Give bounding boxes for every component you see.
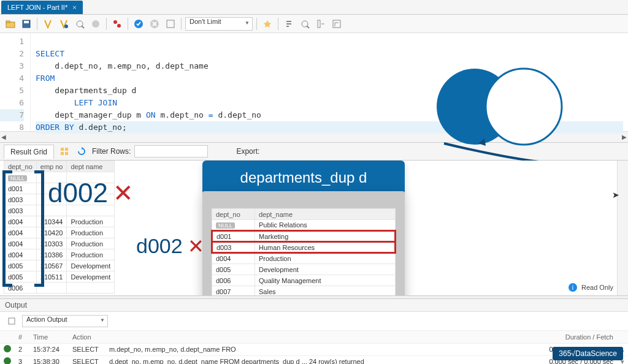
autocommit-icon[interactable] [164, 17, 177, 31]
annotation-missing-d002: d002 ✕ [48, 178, 134, 208]
overlay-departments-dup: departments_dup d dept_no dept_name NULL… [202, 161, 405, 295]
tab-bar: LEFT JOIN - Part II* × [0, 0, 628, 15]
cursor-icon: ➤ [612, 190, 619, 200]
svg-rect-14 [333, 20, 340, 28]
svg-point-8 [117, 24, 121, 28]
annotation-missing-d002-side: d002 ✕ [136, 234, 204, 258]
tab-title: LEFT JOIN - Part II* [7, 4, 67, 11]
svg-rect-3 [24, 21, 29, 23]
output-menu-icon[interactable] [5, 314, 18, 328]
beautify-icon[interactable] [261, 17, 274, 31]
output-controls: Action Output [0, 312, 628, 331]
x-icon: ✕ [188, 235, 204, 258]
close-icon[interactable]: × [72, 4, 76, 11]
table-row: d006 [4, 282, 115, 294]
success-icon [4, 345, 11, 352]
snippets-icon[interactable] [330, 17, 343, 31]
table-row: d004110420Production [4, 227, 115, 238]
results-pane: dept_no emp no dept name NULL d001 d003 … [0, 161, 628, 295]
table-row: d004110303Production [4, 238, 115, 249]
col-dept-name[interactable]: dept name [67, 161, 115, 172]
log-row[interactable]: 3 15:38:30 SELECT d.dept_no, m.emp_no, d… [0, 355, 628, 364]
output-header: Output [0, 299, 628, 312]
venn-diagram-icon [426, 64, 585, 168]
line-gutter: 1 2 3 4 5 6 7 8 [0, 33, 31, 131]
table-row: d005110567Development [4, 260, 115, 271]
brand-badge: 365√DataScience [553, 347, 623, 360]
open-file-icon[interactable] [4, 17, 17, 31]
svg-point-16 [486, 69, 562, 145]
scroll-left-icon[interactable]: ◀ [1, 134, 6, 140]
svg-point-7 [113, 20, 117, 24]
limit-rows-select[interactable]: Don't Limit [185, 17, 253, 31]
table-row: d005110511Development [4, 271, 115, 282]
explain-icon[interactable] [73, 17, 86, 31]
grid-side-toolbar[interactable] [617, 161, 628, 295]
svg-rect-1 [6, 21, 10, 23]
stop-icon[interactable] [89, 17, 102, 31]
svg-rect-11 [167, 20, 174, 28]
log-row[interactable]: 2 15:37:24 SELECT m.dept_no, m.emp_no, d… [0, 343, 628, 355]
wrap-icon[interactable] [314, 17, 327, 31]
overlay-title: departments_dup d [202, 161, 405, 195]
find-icon[interactable] [282, 17, 296, 31]
table-row: d004110386Production [4, 249, 115, 260]
x-icon: ✕ [113, 179, 134, 207]
success-icon [4, 357, 11, 364]
svg-point-4 [64, 25, 68, 28]
execute-icon[interactable] [41, 17, 55, 31]
save-icon[interactable] [20, 17, 33, 31]
sql-editor[interactable]: 1 2 3 4 5 6 7 8 SELECT d.dept_no, m.emp_… [0, 33, 628, 131]
svg-point-6 [92, 20, 99, 28]
output-log: # Time Action Duration / Fetch 2 15:37:2… [0, 331, 628, 364]
readonly-indicator: i Read Only [569, 283, 613, 292]
bracket-annotation [2, 170, 12, 287]
table-row: d004110344Production [4, 216, 115, 227]
svg-rect-13 [318, 20, 320, 28]
file-tab[interactable]: LEFT JOIN - Part II* × [1, 1, 83, 14]
record-icon[interactable] [110, 17, 124, 31]
editor-toolbar: Don't Limit [0, 15, 628, 33]
overlay-table: dept_no dept_name NULLPublic Relations d… [211, 208, 396, 295]
commit-icon[interactable] [132, 17, 145, 31]
rollback-icon[interactable] [148, 17, 161, 31]
svg-rect-21 [9, 318, 15, 324]
output-mode-select[interactable]: Action Output [22, 315, 108, 327]
invisible-chars-icon[interactable] [298, 17, 312, 31]
execute-current-icon[interactable] [57, 17, 71, 31]
bracket-annotation-right [34, 170, 44, 287]
info-icon: i [569, 283, 577, 292]
